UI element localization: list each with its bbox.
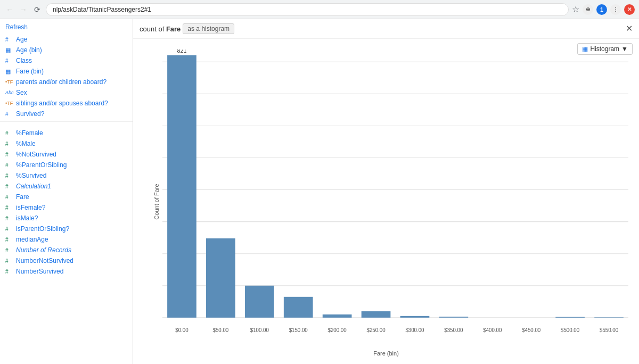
sidebar-item-siblings-spouses[interactable]: •TF siblings and/or spouses aboard? bbox=[0, 98, 133, 109]
sidebar-item-label: %ParentOrSibling bbox=[16, 161, 67, 169]
svg-text:$300.00: $300.00 bbox=[405, 327, 424, 333]
sidebar-item-label: %Female bbox=[16, 129, 43, 137]
browser-bar: ← → ⟳ nlp/askData/TitanicPassengers2#1 ☆… bbox=[0, 0, 639, 19]
hash-icon: # bbox=[5, 162, 14, 168]
sidebar-item-label: Survived? bbox=[16, 110, 44, 118]
menu-icon[interactable]: ⋮ bbox=[610, 4, 621, 15]
sidebar-item-label: Class bbox=[16, 57, 32, 64]
sidebar-item-is-parent-sibling[interactable]: # isParentOrSibling? bbox=[0, 224, 133, 234]
sidebar-item-label: Calculation1 bbox=[16, 183, 51, 190]
abc-icon: Abc bbox=[5, 90, 14, 95]
hash-icon: # bbox=[5, 247, 14, 253]
sidebar-item-age[interactable]: # Age bbox=[0, 34, 133, 45]
svg-text:$550.00: $550.00 bbox=[600, 327, 618, 333]
hash-icon: # bbox=[5, 141, 14, 147]
close-icon[interactable]: ✕ bbox=[624, 4, 635, 15]
bookmark-icon[interactable]: ☆ bbox=[572, 4, 579, 14]
svg-text:$200.00: $200.00 bbox=[328, 327, 347, 333]
hash-icon: # bbox=[5, 58, 14, 64]
chart-plot-area: $0.00$50.00$100.00$150.00$200.00$250.00$… bbox=[162, 49, 628, 335]
sidebar-item-label: Number of Records bbox=[16, 246, 71, 254]
sidebar-item-sex[interactable]: Abc Sex bbox=[0, 87, 133, 98]
close-viz-button[interactable]: ✕ bbox=[626, 24, 633, 33]
user-icon[interactable]: 1 bbox=[596, 4, 607, 15]
tf-icon: •TF bbox=[5, 79, 14, 85]
sidebar-item-label: siblings and/or spouses aboard? bbox=[16, 100, 108, 107]
x-axis-label: Fare (bin) bbox=[373, 350, 399, 357]
svg-text:$0.00: $0.00 bbox=[175, 327, 189, 333]
sidebar-item-pct-female[interactable]: # %Female bbox=[0, 128, 133, 138]
hash-icon: # bbox=[5, 269, 14, 275]
viz-header: count of Fare as a histogram ✕ bbox=[133, 19, 639, 39]
url-text: nlp/askData/TitanicPassengers2#1 bbox=[53, 6, 151, 13]
svg-rect-23 bbox=[439, 317, 469, 318]
sidebar-divider bbox=[0, 121, 133, 126]
sidebar-item-median-age[interactable]: # medianAge bbox=[0, 234, 133, 245]
sidebar-item-label: %NotSurvived bbox=[16, 151, 56, 158]
sidebar-item-number-survived[interactable]: # NumberSurvived bbox=[0, 266, 133, 277]
svg-text:$500.00: $500.00 bbox=[561, 327, 579, 333]
svg-text:$50.00: $50.00 bbox=[213, 327, 229, 333]
sidebar-item-label: Age bbox=[16, 36, 27, 43]
svg-text:$250.00: $250.00 bbox=[366, 327, 385, 333]
viz-area: ▦ Histogram ▼ Count of Fare $0.00$50.00$… bbox=[133, 39, 639, 364]
sidebar-item-label: parents and/or children aboard? bbox=[16, 78, 106, 86]
sidebar-item-calculation1[interactable]: # Calculation1 bbox=[0, 181, 133, 192]
sidebar-item-age-bin[interactable]: ▦ Age (bin) bbox=[0, 45, 133, 55]
sidebar-item-pct-not-survived[interactable]: # %NotSurvived bbox=[0, 149, 133, 160]
sidebar-item-number-records[interactable]: # Number of Records bbox=[0, 245, 133, 255]
hash-icon: # bbox=[5, 152, 14, 158]
bar-icon: ▦ bbox=[5, 68, 14, 75]
sidebar-item-label: medianAge bbox=[16, 236, 48, 243]
svg-rect-15 bbox=[284, 297, 313, 318]
svg-rect-21 bbox=[400, 316, 430, 318]
svg-text:$350.00: $350.00 bbox=[444, 327, 463, 333]
sidebar-item-survived[interactable]: # Survived? bbox=[0, 109, 133, 119]
y-axis-label: Count of Fare bbox=[153, 184, 160, 219]
as-histogram-tag[interactable]: as a histogram bbox=[183, 23, 234, 34]
sidebar-item-is-female[interactable]: # isFemale? bbox=[0, 202, 133, 213]
sidebar-item-pct-male[interactable]: # %Male bbox=[0, 138, 133, 149]
svg-text:821: 821 bbox=[177, 49, 187, 54]
sidebar-item-label: Fare bbox=[16, 193, 29, 201]
url-bar[interactable]: nlp/askData/TitanicPassengers2#1 bbox=[46, 3, 569, 16]
sidebar-item-label: Age (bin) bbox=[16, 46, 42, 54]
main-content: count of Fare as a histogram ✕ ▦ Histogr… bbox=[133, 19, 639, 364]
sidebar-item-label: Sex bbox=[16, 89, 27, 96]
back-button[interactable]: ← bbox=[4, 4, 15, 15]
sidebar-item-is-male[interactable]: # isMale? bbox=[0, 213, 133, 224]
sidebar-item-label: isParentOrSibling? bbox=[16, 225, 69, 233]
svg-rect-19 bbox=[362, 311, 391, 318]
sidebar-item-label: Fare (bin) bbox=[16, 68, 44, 75]
sidebar-item-class[interactable]: # Class bbox=[0, 55, 133, 66]
count-of-label: count of Fare bbox=[140, 25, 181, 33]
hash-icon: # bbox=[5, 258, 14, 264]
sidebar-item-number-not-survived[interactable]: # NumberNotSurvived bbox=[0, 255, 133, 266]
svg-rect-29 bbox=[594, 317, 624, 318]
hash-icon: # bbox=[5, 237, 14, 243]
hash-icon: # bbox=[5, 194, 14, 200]
hash-icon: # bbox=[5, 216, 14, 221]
reload-button[interactable]: ⟳ bbox=[32, 4, 43, 15]
histogram-svg: $0.00$50.00$100.00$150.00$200.00$250.00$… bbox=[162, 49, 628, 335]
extension-icon: ⊕ bbox=[583, 4, 593, 15]
hash-icon: # bbox=[5, 205, 14, 211]
svg-text:$100.00: $100.00 bbox=[250, 327, 269, 333]
hash-icon: # bbox=[5, 184, 14, 189]
sidebar-item-pct-parent-sibling[interactable]: # %ParentOrSibling bbox=[0, 160, 133, 170]
browser-icons: ☆ ⊕ 1 ⋮ ✕ bbox=[572, 4, 635, 15]
hash-icon: # bbox=[5, 37, 14, 43]
sidebar-item-fare[interactable]: # Fare bbox=[0, 192, 133, 202]
sidebar-item-label: isMale? bbox=[16, 214, 38, 222]
svg-rect-17 bbox=[323, 315, 352, 318]
sidebar-item-parents-children[interactable]: •TF parents and/or children aboard? bbox=[0, 77, 133, 87]
refresh-link[interactable]: Refresh bbox=[0, 21, 133, 34]
svg-rect-13 bbox=[245, 286, 274, 318]
sidebar-item-pct-survived[interactable]: # %Survived bbox=[0, 170, 133, 181]
forward-button[interactable]: → bbox=[18, 4, 29, 15]
tf-icon: •TF bbox=[5, 101, 14, 106]
bar-icon: ▦ bbox=[5, 47, 14, 54]
field-label: Fare bbox=[166, 25, 181, 33]
svg-rect-11 bbox=[206, 238, 235, 318]
sidebar-item-fare-bin[interactable]: ▦ Fare (bin) bbox=[0, 66, 133, 77]
